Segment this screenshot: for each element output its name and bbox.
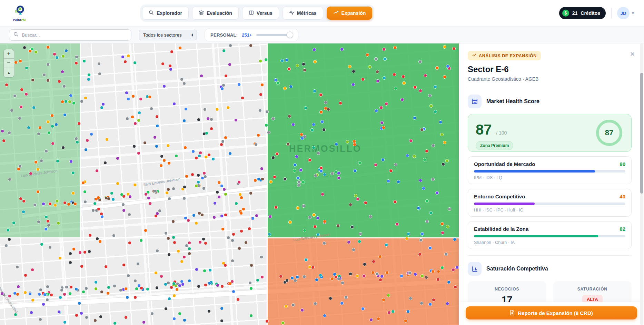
- business-dot[interactable]: [150, 312, 154, 315]
- business-dot[interactable]: [361, 307, 365, 311]
- business-dot[interactable]: [435, 191, 439, 195]
- business-dot[interactable]: [274, 206, 278, 209]
- business-dot[interactable]: [121, 203, 125, 206]
- business-dot[interactable]: [97, 62, 101, 66]
- business-dot[interactable]: [202, 171, 206, 175]
- business-dot[interactable]: [158, 209, 161, 213]
- business-dot[interactable]: [119, 288, 122, 292]
- business-dot[interactable]: [180, 260, 184, 263]
- business-dot[interactable]: [431, 178, 435, 181]
- business-dot[interactable]: [82, 290, 85, 294]
- business-dot[interactable]: [93, 319, 97, 322]
- map-canvas[interactable]: HERMOSILLO Luis Encinas Johnson Blvd Enc…: [0, 43, 459, 325]
- business-dot[interactable]: [34, 50, 38, 54]
- business-dot[interactable]: [72, 247, 76, 251]
- business-dot[interactable]: [197, 285, 200, 288]
- business-dot[interactable]: [314, 174, 317, 177]
- business-dot[interactable]: [419, 238, 423, 242]
- search-box[interactable]: [9, 29, 131, 41]
- business-dot[interactable]: [259, 59, 262, 63]
- business-dot[interactable]: [63, 321, 67, 324]
- business-dot[interactable]: [313, 48, 316, 51]
- business-dot[interactable]: [175, 154, 178, 158]
- business-dot[interactable]: [291, 123, 295, 126]
- business-dot[interactable]: [155, 145, 158, 148]
- business-dot[interactable]: [204, 242, 207, 245]
- business-dot[interactable]: [138, 111, 141, 115]
- business-dot[interactable]: [133, 122, 137, 125]
- business-dot[interactable]: [60, 288, 63, 292]
- business-dot[interactable]: [120, 193, 123, 196]
- business-dot[interactable]: [144, 229, 147, 232]
- business-dot[interactable]: [248, 227, 251, 230]
- business-dot[interactable]: [316, 216, 319, 220]
- business-dot[interactable]: [452, 268, 455, 272]
- business-dot[interactable]: [222, 83, 225, 87]
- business-dot[interactable]: [46, 63, 50, 66]
- business-dot[interactable]: [387, 294, 390, 297]
- business-dot[interactable]: [264, 58, 268, 61]
- business-dot[interactable]: [329, 297, 332, 300]
- business-dot[interactable]: [67, 203, 70, 206]
- business-dot[interactable]: [296, 206, 299, 210]
- business-dot[interactable]: [359, 232, 362, 236]
- business-dot[interactable]: [293, 169, 296, 173]
- business-dot[interactable]: [48, 202, 52, 206]
- business-dot[interactable]: [224, 264, 227, 267]
- business-dot[interactable]: [156, 249, 159, 253]
- business-dot[interactable]: [142, 321, 146, 324]
- brand-logo[interactable]: Point2bi: [9, 5, 30, 22]
- business-dot[interactable]: [75, 287, 78, 291]
- business-dot[interactable]: [369, 318, 373, 322]
- business-dot[interactable]: [356, 197, 359, 201]
- business-dot[interactable]: [147, 196, 150, 200]
- business-dot[interactable]: [341, 281, 344, 285]
- business-dot[interactable]: [362, 274, 366, 278]
- business-dot[interactable]: [65, 285, 68, 289]
- business-dot[interactable]: [383, 76, 386, 80]
- business-dot[interactable]: [429, 211, 433, 215]
- business-dot[interactable]: [296, 275, 299, 279]
- business-dot[interactable]: [286, 142, 290, 146]
- business-dot[interactable]: [281, 321, 285, 325]
- business-dot[interactable]: [444, 253, 448, 256]
- business-dot[interactable]: [320, 120, 324, 124]
- business-dot[interactable]: [205, 131, 208, 135]
- business-dot[interactable]: [296, 176, 300, 180]
- business-dot[interactable]: [379, 106, 383, 109]
- business-dot[interactable]: [68, 292, 72, 295]
- business-dot[interactable]: [288, 115, 291, 118]
- business-dot[interactable]: [322, 128, 326, 131]
- business-dot[interactable]: [211, 157, 215, 161]
- business-dot[interactable]: [23, 291, 27, 294]
- business-dot[interactable]: [240, 196, 243, 199]
- business-dot[interactable]: [185, 244, 188, 247]
- search-input[interactable]: [22, 32, 127, 38]
- business-dot[interactable]: [248, 281, 252, 285]
- business-dot[interactable]: [73, 202, 77, 206]
- business-dot[interactable]: [339, 101, 342, 105]
- business-dot[interactable]: [84, 148, 88, 151]
- business-dot[interactable]: [8, 178, 11, 181]
- business-dot[interactable]: [428, 94, 432, 97]
- business-dot[interactable]: [8, 294, 11, 298]
- business-dot[interactable]: [285, 58, 288, 62]
- business-dot[interactable]: [136, 262, 140, 266]
- business-dot[interactable]: [208, 268, 212, 272]
- business-dot[interactable]: [224, 74, 228, 78]
- business-dot[interactable]: [381, 158, 385, 161]
- business-dot[interactable]: [432, 298, 435, 302]
- business-dot[interactable]: [36, 168, 40, 171]
- business-dot[interactable]: [88, 250, 91, 253]
- business-dot[interactable]: [303, 275, 306, 278]
- business-dot[interactable]: [42, 303, 45, 306]
- business-dot[interactable]: [56, 159, 59, 163]
- business-dot[interactable]: [198, 211, 201, 215]
- business-dot[interactable]: [235, 202, 238, 205]
- business-dot[interactable]: [36, 190, 40, 194]
- business-dot[interactable]: [439, 120, 442, 124]
- business-dot[interactable]: [448, 207, 451, 211]
- business-dot[interactable]: [125, 91, 128, 95]
- business-dot[interactable]: [75, 314, 78, 317]
- business-dot[interactable]: [269, 180, 273, 184]
